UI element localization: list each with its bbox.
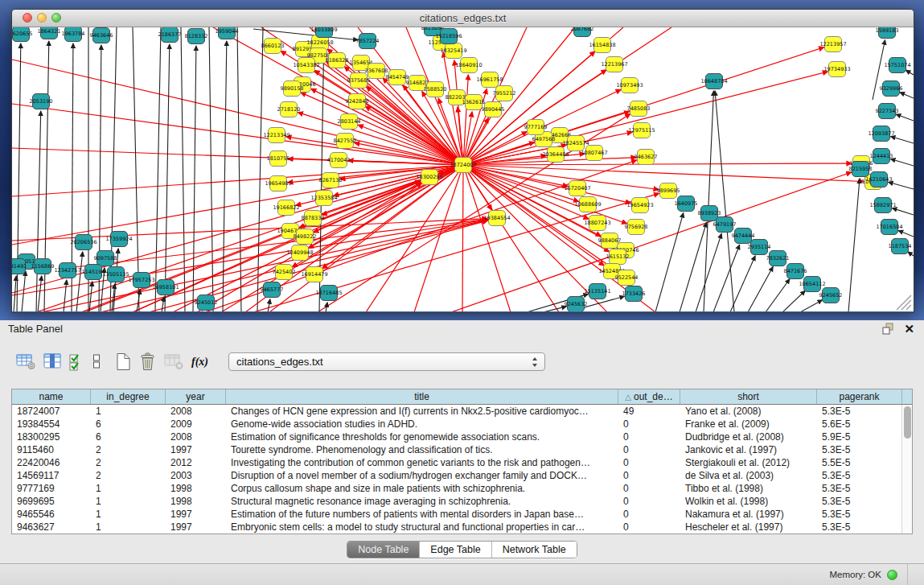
scrollbar-thumb[interactable] bbox=[904, 406, 911, 439]
network-node[interactable]: 2367608 bbox=[365, 64, 388, 79]
network-node[interactable]: 9465777 bbox=[261, 282, 284, 298]
network-node[interactable]: 17359924 bbox=[105, 232, 132, 247]
network-node[interactable]: 2620655 bbox=[12, 27, 32, 42]
network-node[interactable]: 10807467 bbox=[581, 146, 607, 161]
close-panel-icon[interactable]: ✕ bbox=[904, 323, 914, 335]
network-node[interactable]: 1244413 bbox=[870, 149, 893, 164]
network-node[interactable]: 8471676 bbox=[784, 264, 807, 279]
network-window-titlebar[interactable]: citations_edges.txt bbox=[12, 10, 914, 27]
network-node[interactable]: 1963784 bbox=[62, 27, 85, 42]
network-node[interactable]: 9899695 bbox=[657, 183, 680, 199]
table-selector-dropdown[interactable]: citations_edges.txt bbox=[228, 352, 545, 371]
network-node[interactable]: 18807243 bbox=[584, 216, 610, 231]
network-node[interactable]: 8186328 bbox=[326, 53, 349, 68]
network-node[interactable]: 8427552 bbox=[334, 134, 357, 149]
table-row[interactable]: 946554611997Estimation of the future num… bbox=[12, 508, 901, 521]
table-vertical-scrollbar[interactable] bbox=[901, 405, 912, 534]
row-height-icon[interactable] bbox=[92, 352, 101, 373]
function-builder-icon[interactable]: f(x) bbox=[191, 352, 208, 373]
network-node[interactable]: 2935114 bbox=[748, 240, 771, 255]
network-node[interactable]: 12213957 bbox=[819, 37, 846, 52]
column-header-name[interactable]: name bbox=[12, 389, 91, 404]
network-node[interactable]: 4170043 bbox=[327, 153, 351, 168]
network-node[interactable]: 8215958 bbox=[849, 162, 873, 177]
window-minimize-button[interactable] bbox=[37, 13, 47, 23]
network-node[interactable]: 7857224 bbox=[356, 34, 380, 49]
column-header-in_degree[interactable]: in_degree bbox=[91, 389, 166, 404]
table-row[interactable]: 1830029562008Estimation of significance … bbox=[12, 431, 901, 443]
column-header-out_de[interactable]: △out_de… bbox=[618, 389, 680, 404]
network-node[interactable]: 9890445 bbox=[482, 102, 505, 117]
network-node[interactable]: 1810755 bbox=[267, 151, 290, 167]
tab-edge-table[interactable]: Edge Table bbox=[419, 542, 491, 558]
network-node[interactable]: 7485083 bbox=[627, 101, 651, 117]
network-node[interactable]: 7832621 bbox=[766, 251, 790, 266]
network-node[interactable]: 9375685 bbox=[347, 73, 371, 89]
network-node[interactable]: 8267130 bbox=[319, 173, 343, 188]
column-header-year[interactable]: year bbox=[166, 389, 226, 404]
network-node[interactable]: 9227343 bbox=[876, 104, 899, 119]
delete-table-icon[interactable] bbox=[139, 352, 157, 373]
network-node[interactable]: 1959044 bbox=[216, 27, 239, 39]
network-node[interactable]: 9245632 bbox=[565, 297, 588, 312]
float-panel-icon[interactable] bbox=[882, 323, 894, 335]
table-row[interactable]: 969969511998Structural magnetic resonanc… bbox=[12, 495, 901, 508]
network-node[interactable]: 8128332 bbox=[185, 29, 208, 44]
network-node[interactable]: 10688609 bbox=[574, 197, 601, 212]
window-close-button[interactable] bbox=[23, 13, 32, 23]
network-node[interactable]: 9242848 bbox=[346, 94, 369, 109]
window-zoom-button[interactable] bbox=[51, 13, 61, 23]
table-row[interactable]: 2242004622012Investigating the contribut… bbox=[12, 456, 901, 469]
create-table-icon[interactable] bbox=[115, 352, 132, 373]
column-header-pagerank[interactable]: pagerank bbox=[817, 389, 902, 404]
network-node[interactable]: 19734933 bbox=[823, 62, 850, 77]
network-node[interactable]: 16154838 bbox=[589, 38, 615, 53]
network-node[interactable]: 10973493 bbox=[616, 78, 643, 93]
network-node[interactable]: 1615132 bbox=[606, 249, 630, 265]
tab-node-table[interactable]: Node Table bbox=[347, 542, 419, 558]
network-node[interactable]: 9522544 bbox=[615, 270, 639, 286]
network-node[interactable]: 1187534 bbox=[889, 239, 912, 254]
network-node[interactable]: 15892971 bbox=[869, 198, 896, 213]
network-node[interactable]: 15135141 bbox=[584, 284, 610, 299]
network-node[interactable]: 2186377 bbox=[158, 27, 182, 43]
network-node[interactable]: 391491 bbox=[12, 259, 27, 274]
network-node[interactable]: 9777169 bbox=[524, 120, 548, 135]
network-node[interactable]: 1588520 bbox=[424, 82, 447, 97]
show-columns-icon[interactable] bbox=[43, 352, 62, 373]
tab-network-table[interactable]: Network Table bbox=[491, 542, 577, 558]
table-row[interactable]: 977716911998Corpus callosum shape and si… bbox=[12, 482, 901, 495]
network-node[interactable]: 9463627 bbox=[634, 150, 658, 165]
table-row[interactable]: 946362711997Embryonic stem cells: a mode… bbox=[12, 521, 901, 534]
network-node[interactable]: 12975115 bbox=[628, 123, 655, 138]
network-node[interactable]: 2718120 bbox=[277, 102, 301, 117]
table-row[interactable]: 1872400712008Changes of HCN gene express… bbox=[12, 405, 901, 418]
network-node[interactable]: 7955212 bbox=[493, 86, 516, 101]
column-header-short[interactable]: short bbox=[680, 389, 817, 404]
network-node[interactable]: 1156869 bbox=[31, 259, 55, 274]
network-node[interactable]: 1599183 bbox=[876, 27, 899, 39]
select-columns-icon[interactable] bbox=[69, 352, 85, 373]
network-node[interactable]: 16914479 bbox=[301, 267, 327, 282]
network-node[interactable]: 9245652 bbox=[819, 288, 843, 303]
network-node[interactable]: 1864321 bbox=[38, 27, 61, 39]
table-row[interactable]: 1938455462009Genome-wide association stu… bbox=[12, 418, 901, 431]
network-node[interactable]: 12353584 bbox=[310, 191, 337, 206]
network-node[interactable]: 2053190 bbox=[30, 94, 53, 109]
table-row[interactable]: 1456911722003Disruption of a novel membe… bbox=[12, 469, 901, 482]
canvas-resize-grip[interactable] bbox=[897, 295, 911, 310]
network-node[interactable]: 6479197 bbox=[713, 217, 737, 233]
network-node[interactable]: 1640975 bbox=[675, 196, 698, 212]
network-node[interactable]: 9329966 bbox=[880, 81, 903, 97]
network-canvas[interactable]: 1872400786601238912954182260589827508818… bbox=[12, 27, 914, 311]
network-node[interactable]: 12342757 bbox=[54, 263, 80, 278]
network-node[interactable]: 8660123 bbox=[261, 39, 285, 54]
table-settings-icon[interactable] bbox=[16, 352, 36, 373]
network-node[interactable]: 1733426 bbox=[622, 286, 646, 302]
column-header-title[interactable]: title bbox=[226, 389, 618, 404]
network-node[interactable]: 13505135 bbox=[102, 267, 129, 282]
network-node[interactable]: 9463646 bbox=[90, 28, 113, 43]
network-node[interactable]: 19654923 bbox=[626, 198, 653, 213]
network-node[interactable]: 9097588 bbox=[94, 251, 117, 266]
memory-ok-indicator[interactable] bbox=[887, 570, 897, 580]
